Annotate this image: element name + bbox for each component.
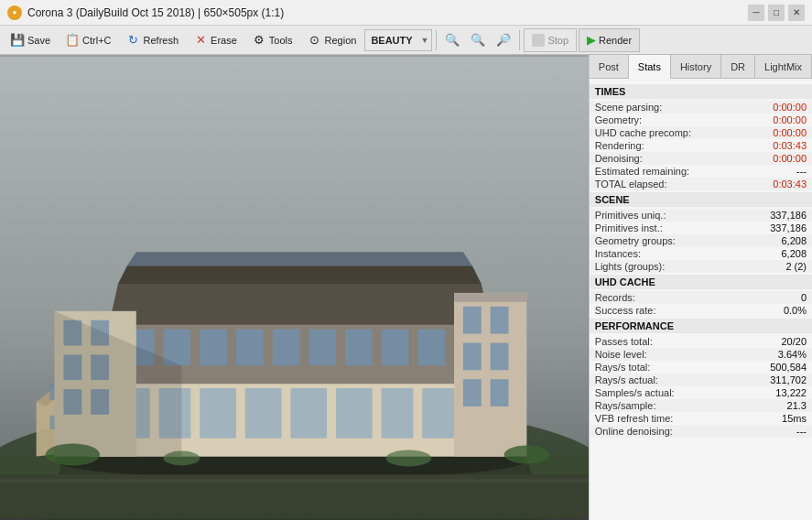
svg-rect-21 xyxy=(236,330,264,366)
stat-label: Instances: xyxy=(595,248,641,259)
erase-label: Erase xyxy=(211,35,237,46)
save-label: Save xyxy=(27,35,50,46)
svg-rect-32 xyxy=(290,388,327,439)
stat-row-success-rate: Success rate: 0.0% xyxy=(590,304,812,317)
beauty-dropdown-wrapper: BEAUTY ▼ xyxy=(364,29,432,51)
titlebar: ● Corona 3 (DailyBuild Oct 15 2018) | 65… xyxy=(0,0,812,26)
svg-rect-35 xyxy=(422,388,454,439)
svg-rect-31 xyxy=(245,388,282,439)
stat-label: Rays/sample: xyxy=(595,400,656,411)
stat-value: 0:00:00 xyxy=(752,127,807,138)
svg-rect-26 xyxy=(417,330,445,366)
render-icon: ▶ xyxy=(587,33,596,47)
stat-label: Geometry groups: xyxy=(595,235,676,246)
svg-marker-15 xyxy=(109,284,491,325)
svg-point-53 xyxy=(504,446,550,464)
stat-value: 20/20 xyxy=(752,336,807,347)
region-label: Region xyxy=(325,35,357,46)
stat-row-samples: Samples/s actual: 13,222 xyxy=(590,386,812,399)
app-icon: ● xyxy=(7,5,22,20)
tab-post[interactable]: Post xyxy=(590,55,629,78)
stat-row-vfb-refresh: VFB refresh time: 15ms xyxy=(590,412,812,425)
zoom-region-button[interactable]: 🔎 xyxy=(492,28,515,52)
close-button[interactable]: ✕ xyxy=(788,5,805,21)
svg-rect-33 xyxy=(336,388,373,439)
stop-button[interactable]: Stop xyxy=(524,28,577,52)
stat-value: 311,702 xyxy=(752,374,807,385)
stop-label: Stop xyxy=(547,35,568,46)
region-icon: ⊙ xyxy=(308,33,322,48)
stat-label: Geometry: xyxy=(595,114,642,125)
stat-row-prim-inst: Primitives inst.: 337,186 xyxy=(590,222,812,234)
stat-row-rays-actual: Rays/s actual: 311,702 xyxy=(590,374,812,386)
zoom-in-button[interactable]: 🔍 xyxy=(466,28,490,52)
stat-label: Samples/s actual: xyxy=(595,387,675,398)
region-button[interactable]: ⊙ Region xyxy=(301,28,363,52)
save-button[interactable]: 💾 Save xyxy=(4,28,57,52)
stat-value: 13,222 xyxy=(752,387,807,398)
beauty-select[interactable]: BEAUTY xyxy=(364,29,432,51)
svg-rect-40 xyxy=(491,307,509,334)
stat-value: 0.0% xyxy=(752,305,807,316)
maximize-button[interactable]: □ xyxy=(768,5,785,21)
svg-rect-58 xyxy=(0,479,589,482)
save-icon: 💾 xyxy=(10,33,25,48)
zoom-fit-button[interactable]: 🔍 xyxy=(440,28,464,52)
svg-rect-34 xyxy=(382,388,414,439)
stat-label: Success rate: xyxy=(595,305,656,316)
stat-value: 500,584 xyxy=(752,362,807,373)
refresh-button[interactable]: ↻ Refresh xyxy=(120,28,186,52)
stat-label: Online denoising: xyxy=(595,426,673,437)
refresh-label: Refresh xyxy=(144,35,179,46)
svg-rect-38 xyxy=(454,293,526,302)
svg-rect-24 xyxy=(345,330,373,366)
window-controls[interactable]: ─ □ ✕ xyxy=(748,5,805,21)
svg-rect-30 xyxy=(200,388,236,439)
stat-row-noise: Noise level: 3.64% xyxy=(590,348,812,361)
svg-point-55 xyxy=(386,450,432,467)
stat-label: Records: xyxy=(595,292,635,303)
stat-row-instances: Instances: 6,208 xyxy=(590,247,812,260)
stat-label: Rays/s total: xyxy=(595,362,651,373)
stat-row-total-elapsed: TOTAL elapsed: 0:03:43 xyxy=(590,178,812,190)
minimize-button[interactable]: ─ xyxy=(748,5,764,21)
tab-lightmix[interactable]: LightMix xyxy=(755,55,812,78)
scene-section-header: SCENE xyxy=(590,192,812,207)
tab-dr[interactable]: DR xyxy=(721,55,755,78)
render-button[interactable]: ▶ Render xyxy=(579,28,640,52)
stat-row-online-denoising: Online denoising: --- xyxy=(590,425,812,438)
tools-button[interactable]: ⚙ Tools xyxy=(245,28,299,52)
zoom-fit-icon: 🔍 xyxy=(445,33,460,48)
stat-value: 15ms xyxy=(752,413,807,424)
stat-row-est-remaining: Estimated remaining: --- xyxy=(590,165,812,178)
tools-icon: ⚙ xyxy=(252,33,266,48)
svg-rect-39 xyxy=(463,307,482,334)
stat-label: Primitives inst.: xyxy=(595,222,663,233)
stat-label: Rendering: xyxy=(595,140,644,151)
stat-row-rendering: Rendering: 0:03:43 xyxy=(590,139,812,152)
times-section-header: TIMES xyxy=(590,84,812,99)
tab-history[interactable]: History xyxy=(671,55,721,78)
stat-row-denoising: Denoising: 0:00:00 xyxy=(590,152,812,165)
uhd-section-header: UHD CACHE xyxy=(590,275,812,289)
stat-row-geometry: Geometry: 0:00:00 xyxy=(590,114,812,126)
svg-rect-42 xyxy=(491,343,509,371)
stat-label: Rays/s actual: xyxy=(595,374,658,385)
stat-value: 0:03:43 xyxy=(752,179,807,190)
stat-row-geo-groups: Geometry groups: 6,208 xyxy=(590,234,812,247)
stat-value: 0:00:00 xyxy=(752,153,807,164)
render-image xyxy=(0,55,589,520)
perf-section-header: PERFORMANCE xyxy=(590,319,812,333)
panel-tabs: Post Stats History DR LightMix xyxy=(590,55,812,79)
tab-stats[interactable]: Stats xyxy=(629,55,671,79)
copy-button[interactable]: 📋 Ctrl+C xyxy=(59,28,117,52)
svg-rect-22 xyxy=(273,330,300,366)
render-viewport xyxy=(0,55,589,520)
stat-value: 337,186 xyxy=(752,222,807,233)
zoom-region-icon: 🔎 xyxy=(496,33,511,48)
erase-button[interactable]: ✕ Erase xyxy=(187,28,244,52)
stat-value: 21.3 xyxy=(752,400,807,411)
main-area: Post Stats History DR LightMix TIMES Sce… xyxy=(0,55,812,520)
stat-row-prim-uniq: Primitives uniq.: 337,186 xyxy=(590,209,812,222)
tools-label: Tools xyxy=(269,35,293,46)
